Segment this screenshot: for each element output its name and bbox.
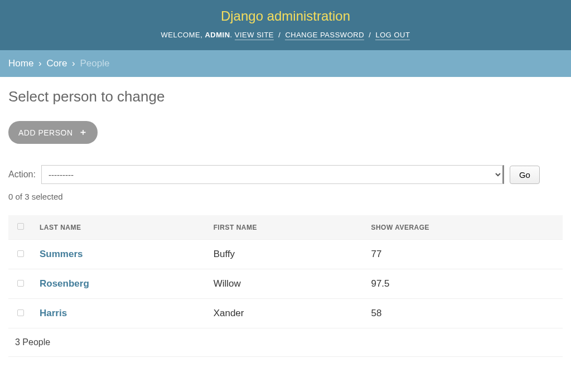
row-last-name-link[interactable]: Harris [40,308,67,318]
row-show-average: 77 [364,240,563,269]
action-label: Action: [8,170,36,180]
site-title: Django administration [0,8,571,24]
select-all-header [8,215,33,240]
page-title: Select person to change [8,88,563,105]
content: Select person to change ADD PERSON ＋ Act… [0,77,571,368]
plus-icon: ＋ [79,127,88,138]
breadcrumb-home[interactable]: Home [8,58,33,69]
breadcrumb-current: People [80,58,110,69]
header: Django administration WELCOME, ADMIN. VI… [0,0,571,50]
change-password-link[interactable]: CHANGE PASSWORD [285,31,364,40]
go-button[interactable]: Go [510,166,540,184]
row-checkbox[interactable] [17,280,24,287]
action-row: Action: --------- Go [8,165,563,184]
separator: / [369,31,371,39]
row-show-average: 97.5 [364,269,563,299]
breadcrumb-app[interactable]: Core [47,58,67,69]
table-header-row: LAST NAME FIRST NAME SHOW AVERAGE [8,215,563,240]
row-show-average: 58 [364,299,563,328]
row-first-name: Xander [207,299,365,328]
view-site-link[interactable]: VIEW SITE [235,31,274,40]
row-last-name-link[interactable]: Summers [40,249,83,259]
username: ADMIN [205,31,230,39]
select-all-checkbox[interactable] [17,223,24,230]
add-person-label: ADD PERSON [18,128,73,137]
col-first-name[interactable]: FIRST NAME [207,215,365,240]
row-last-name-link[interactable]: Rosenberg [40,278,89,289]
table-row: Harris Xander 58 [8,299,563,328]
log-out-link[interactable]: LOG OUT [375,31,410,40]
row-first-name: Buffy [207,240,365,269]
add-person-button[interactable]: ADD PERSON ＋ [8,121,98,144]
welcome-dot: . [230,31,235,39]
chevron-right-icon: › [72,58,75,69]
row-checkbox[interactable] [17,309,24,316]
row-checkbox[interactable] [17,250,24,257]
breadcrumb: Home › Core › People [0,50,571,77]
selection-count: 0 of 3 selected [8,192,563,201]
row-first-name: Willow [207,269,365,299]
col-last-name[interactable]: LAST NAME [33,215,207,240]
table-row: Rosenberg Willow 97.5 [8,269,563,299]
action-select[interactable]: --------- [41,165,504,184]
welcome-text: WELCOME, [161,31,205,39]
user-links: WELCOME, ADMIN. VIEW SITE / CHANGE PASSW… [0,31,571,39]
table-row: Summers Buffy 77 [8,240,563,269]
separator: / [278,31,280,39]
col-show-average[interactable]: SHOW AVERAGE [364,215,563,240]
paginator: 3 People [8,328,563,357]
chevron-right-icon: › [38,58,42,69]
results-table: LAST NAME FIRST NAME SHOW AVERAGE Summer… [8,215,563,328]
